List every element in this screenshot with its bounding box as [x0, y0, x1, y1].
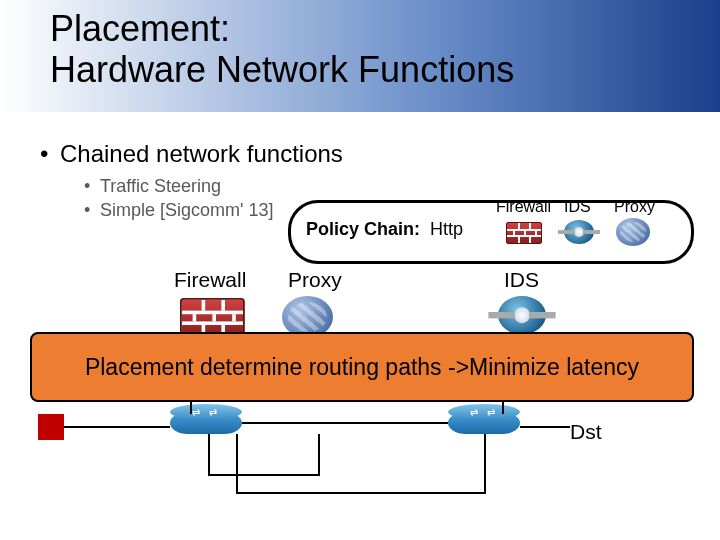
- node-proxy-icon: [282, 296, 316, 324]
- bullet-chained: Chained network functions: [60, 140, 343, 168]
- bullet-traffic-steering: Traffic Steering: [100, 176, 221, 197]
- edge-src-sw1: [64, 426, 170, 428]
- edge-loop1-c: [318, 434, 320, 476]
- node-proxy-label: Proxy: [288, 268, 342, 292]
- banner-box: Placement determine routing paths ->Mini…: [30, 332, 694, 402]
- edge-sw2-dst: [520, 426, 570, 428]
- edge-loop2-c: [484, 434, 486, 494]
- edge-loop2-a: [236, 434, 238, 494]
- policy-ids-label: IDS: [564, 198, 591, 216]
- node-ids-label: IDS: [504, 268, 539, 292]
- policy-chain-label: Policy Chain: Http: [306, 219, 463, 240]
- edge-up-fw-a: [190, 400, 192, 414]
- node-ids-icon: [498, 296, 528, 320]
- node-dst-label: Dst: [570, 420, 602, 444]
- edge-sw1-sw2: [242, 422, 448, 424]
- bullet-simple: Simple [Sigcomm' 13]: [100, 200, 274, 221]
- edge-up-ids-a: [502, 400, 504, 414]
- policy-fw-label: Firewall: [496, 198, 551, 216]
- title-line1: Placement:: [50, 8, 230, 49]
- title-line2: Hardware Network Functions: [50, 49, 514, 90]
- policy-fw-icon: [506, 222, 542, 244]
- switch-left: ⇄ ⇄: [170, 412, 242, 434]
- policy-proxy-icon: [616, 218, 650, 246]
- slide-title: Placement: Hardware Network Functions: [50, 8, 514, 91]
- edge-loop2-b: [236, 492, 486, 494]
- banner-text: Placement determine routing paths ->Mini…: [85, 354, 639, 381]
- src-box: [38, 414, 64, 440]
- node-fw-label: Firewall: [174, 268, 246, 292]
- policy-proxy-label: Proxy: [614, 198, 655, 216]
- policy-chain-prefix: Policy Chain:: [306, 219, 420, 239]
- switch-right: ⇄ ⇄: [448, 412, 520, 434]
- edge-loop1-a: [208, 434, 210, 476]
- policy-chain-proto: Http: [430, 219, 463, 239]
- policy-ids-icon: [564, 220, 594, 244]
- edge-loop1-b: [208, 474, 320, 476]
